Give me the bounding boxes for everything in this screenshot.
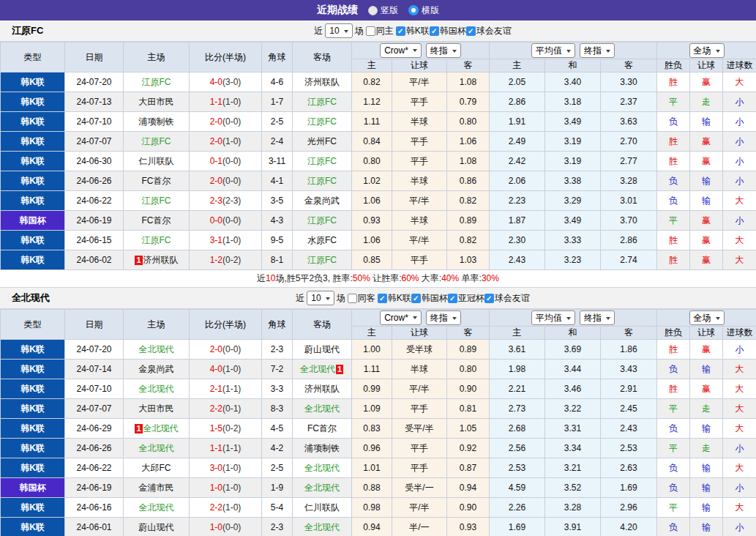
col-header-2: 主场 (124, 42, 190, 72)
select-value: 终指 (584, 45, 602, 57)
competition-checkbox-2[interactable]: ✓亚冠杯 (448, 292, 484, 305)
team-label: 江原FC (307, 156, 337, 166)
corners-cell: 8-1 (262, 250, 293, 270)
half-time-score: (0-0) (222, 215, 241, 226)
match-type-cell: 韩K联 (1, 72, 65, 92)
sub-col-header: 胜负 (657, 327, 690, 340)
match-count-select[interactable]: 10 (307, 291, 334, 305)
match-date-cell: 24-06-22 (65, 191, 124, 211)
winlose-result-cell: 胜 (657, 132, 690, 152)
away-odds-cell: 1.03 (447, 250, 490, 270)
checkbox-icon: ✓ (430, 26, 439, 36)
match-type-cell: 韩K联 (1, 231, 65, 250)
team-label: 浦项制铁 (304, 443, 340, 453)
handicap-result-cell: 输 (690, 191, 723, 211)
half-time-score: (1-0) (222, 136, 241, 146)
odds-stage-select[interactable]: 终指 (426, 310, 461, 325)
average-select[interactable]: 平均值 (531, 310, 575, 325)
avg-away-cell: 2.74 (601, 250, 657, 270)
home-team-cell: FC首尔 (124, 171, 190, 191)
away-odds-cell: 0.80 (447, 112, 490, 132)
checkbox-label: 同客 (358, 292, 375, 305)
competition-checkbox-1[interactable]: ✓韩国杯 (430, 25, 466, 37)
away-team-cell: 全北现代1 (293, 360, 352, 379)
score-cell: 2-0(0-0) (190, 112, 262, 132)
team-label: 水原FC (307, 235, 337, 245)
handicap-result-cell: 输 (690, 112, 723, 132)
match-date-cell: 24-06-15 (65, 231, 124, 250)
match-type-cell: 韩K联 (1, 379, 65, 399)
competition-checkbox-0[interactable]: ✓韩K联 (378, 292, 411, 305)
avg-draw-cell: 3.33 (545, 231, 601, 250)
handicap-cell: 半球 (392, 211, 447, 231)
corners-cell: 3-5 (262, 191, 293, 211)
odds-stage-select[interactable]: 终指 (426, 43, 461, 58)
corners-cell: 2-3 (262, 340, 293, 360)
avg-away-cell: 3.43 (601, 360, 657, 379)
match-scope-select[interactable]: 全场 (689, 43, 725, 58)
summary-value: 30% (482, 273, 499, 283)
bookmaker-select[interactable]: Crow* (380, 310, 422, 325)
vertical-layout-radio[interactable]: 竖版 (368, 4, 398, 17)
handicap-cell: 半球 (392, 171, 447, 191)
sub-col-header: 主 (352, 327, 392, 340)
average-select[interactable]: 平均值 (531, 43, 575, 58)
bookmaker-select[interactable]: Crow* (380, 43, 422, 58)
match-type-cell: 韩K联 (1, 152, 65, 171)
same-venue-checkbox[interactable]: 同主 (366, 25, 394, 37)
score-cell: 2-2(1-0) (190, 498, 262, 518)
checkbox-label: 同主 (376, 25, 394, 37)
competition-checkbox-1[interactable]: ✓韩国杯 (411, 292, 448, 305)
away-team-cell: 江原FC (293, 171, 352, 191)
competition-checkbox-3[interactable]: ✓球会友谊 (484, 292, 530, 305)
winlose-result-cell: 负 (657, 171, 690, 191)
competition-checkbox-0[interactable]: ✓韩K联 (396, 25, 430, 37)
red-badge: 1 (336, 365, 343, 374)
half-time-score: (1-0) (222, 502, 241, 513)
team-label: 大田市民 (139, 403, 174, 414)
col-header-4: 角球 (262, 310, 293, 340)
away-team-cell: 江原FC (293, 92, 352, 112)
goals-result-cell: 大 (723, 231, 756, 250)
match-date-cell: 24-07-07 (65, 399, 124, 419)
score-cell: 1-1(1-0) (190, 92, 262, 112)
home-odds-cell: 1.02 (352, 171, 392, 191)
sub-col-header: 让球 (690, 327, 723, 340)
same-venue-checkbox[interactable]: 同客 (348, 292, 375, 305)
handicap-result-cell: 赢 (690, 211, 723, 231)
handicap-result-cell: 输 (690, 171, 723, 191)
match-date-cell: 24-06-16 (65, 498, 124, 518)
away-odds-cell: 1.08 (447, 152, 490, 171)
avg-away-cell: 2.91 (601, 379, 657, 399)
competition-checkbox-2[interactable]: ✓球会友谊 (466, 25, 512, 37)
home-odds-cell: 0.98 (352, 498, 392, 518)
checkbox-label: 韩国杯 (440, 25, 466, 37)
avg-stage-select[interactable]: 终指 (580, 310, 615, 325)
chevron-down-icon (566, 50, 571, 55)
match-type-cell: 韩K联 (1, 458, 65, 478)
half-time-score: (1-0) (222, 235, 241, 245)
avg-draw-cell: 3.49 (545, 211, 601, 231)
team-label: FC首尔 (142, 176, 171, 186)
goals-result-cell: 大 (723, 379, 756, 399)
full-time-score: 1-1 (210, 97, 222, 107)
avg-stage-select[interactable]: 终指 (580, 43, 615, 58)
corners-cell: 1-9 (262, 478, 293, 498)
sub-col-header: 和 (545, 59, 601, 72)
home-odds-cell: 0.94 (352, 518, 392, 536)
team-label: 济州联队 (143, 255, 179, 265)
avg-draw-cell: 3.38 (545, 171, 601, 191)
match-date-cell: 24-07-14 (65, 360, 124, 379)
half-time-score: (0-0) (222, 522, 241, 532)
handicap-result-cell: 赢 (690, 152, 723, 171)
select-value: 全场 (694, 312, 711, 324)
full-time-score: 2-0 (210, 136, 222, 146)
match-count-select[interactable]: 10 (325, 23, 352, 38)
half-time-score: (1-1) (222, 443, 241, 453)
match-row: 韩国杯24-06-19金浦市民1-0(1-0)1-9全北现代0.88受半/一0.… (1, 478, 756, 498)
match-date-cell: 24-06-26 (65, 439, 124, 458)
home-team-cell: 1济州联队 (124, 250, 190, 270)
match-scope-select[interactable]: 全场 (689, 310, 725, 325)
home-team-cell: 江原FC (124, 72, 190, 92)
horizontal-layout-radio[interactable]: 横版 (408, 4, 439, 17)
